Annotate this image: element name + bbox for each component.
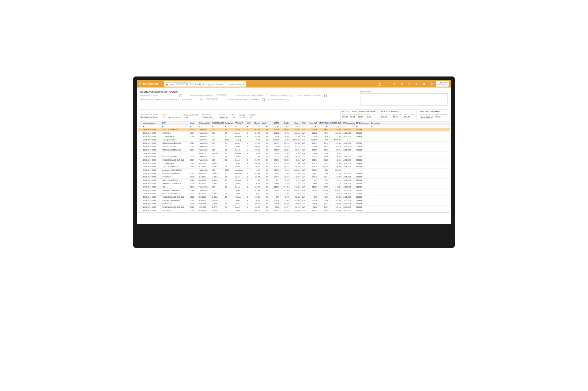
- filter-icon[interactable]: ▾: [343, 125, 344, 127]
- date-to-input[interactable]: 31.07.2020: [189, 83, 201, 86]
- sel-fahrzeug[interactable]: Tablet DS1: [202, 116, 215, 118]
- export-icon[interactable]: ⇪: [407, 82, 411, 86]
- col-header[interactable]: MwSt %: [261, 121, 270, 125]
- col-header[interactable]: NETTO: [270, 121, 281, 125]
- col-header[interactable]: ER Belegdatum: [342, 121, 355, 125]
- col-header[interactable]: BRUTTO EUR: [330, 121, 342, 125]
- table-row[interactable]: ▸23.08.2019 00:00LEZO – GUIPUZCOA0094Tab…: [138, 128, 450, 132]
- arrow-right-icon[interactable]: ➤: [373, 114, 375, 118]
- chk-kostenaufteilung[interactable]: [179, 95, 182, 97]
- table-row[interactable]: 20.08.2019 00:00STRASBOURG HOERDT0096FA-…: [138, 172, 450, 175]
- table-row[interactable]: 16.08.2019 00:00WEINSBERG0098CB-4008Z-07…: [138, 202, 450, 206]
- filter-icon[interactable]: ▾: [199, 125, 200, 127]
- grid-filter-row[interactable]: ⤢▾ =▾ =▾ =▾ =▾ =▾ =▾ =▾ =▾ =▾ =▾ =▾ =▾ =…: [138, 125, 450, 128]
- filter-icon[interactable]: ▾: [190, 125, 191, 127]
- filter-icon[interactable]: ▾: [371, 125, 372, 127]
- filter-icon[interactable]: ▾: [258, 125, 258, 127]
- filter-icon[interactable]: ▾: [247, 125, 248, 127]
- filter-icon[interactable]: ▾: [315, 125, 316, 127]
- chk-separate[interactable]: [324, 95, 327, 97]
- filter-icon[interactable]: ▾: [162, 125, 163, 127]
- copy-icon[interactable]: ⧉: [414, 82, 419, 86]
- screen: € Ist-Kosten FILTER / ANGEZEIGTE DATEN V…: [137, 80, 451, 224]
- filter-icon[interactable]: ▾: [212, 125, 213, 127]
- col-header[interactable]: LKZ: [246, 121, 251, 125]
- table-row[interactable]: 04.08.2019 00:00Leasingrate 2017-04Table…: [138, 138, 450, 142]
- col-header[interactable]: [138, 121, 142, 125]
- table-row[interactable]: 10.08.2019 00:00OTTMARSHEIM0096FA-6096Z-…: [138, 162, 450, 165]
- arrow-icon[interactable]: ↗: [231, 116, 233, 118]
- col-header[interactable]: WKZ: [301, 121, 307, 125]
- col-header[interactable]: PRODUKT: [234, 121, 246, 125]
- filter-icon[interactable]: ▾: [286, 125, 287, 127]
- sel-produkt[interactable]: Diesel: [219, 116, 228, 118]
- lbl-kostenaufteilung: KOSTENAUFTEILUNG:: [140, 95, 177, 97]
- filter-icon[interactable]: ▾: [277, 125, 278, 127]
- chk-weiterbelastung[interactable]: [262, 99, 265, 101]
- col-header[interactable]: ER Belegnummer: [355, 121, 370, 125]
- remark-textarea[interactable]: [360, 93, 448, 106]
- col-header[interactable]: ORT: [161, 121, 189, 125]
- filter-icon[interactable]: ▾: [326, 125, 327, 127]
- table-row[interactable]: 15.08.2019 00:00LANDAU – OFFENBACH0096FA…: [138, 182, 450, 185]
- filter-icon[interactable]: ▾: [297, 125, 298, 127]
- table-row[interactable]: 12.08.2019 00:00IFFEZHEIM0098CB-4008Z-07…: [138, 209, 450, 212]
- table-row[interactable]: 13.08.2019 00:00AIRE DE WASSERBILIG0094T…: [138, 148, 450, 152]
- col-header[interactable]: Netto EUR: [307, 121, 318, 125]
- table-row[interactable]: 12.08.2019 00:00CARLING ST AVOLD0094Tabl…: [138, 145, 450, 148]
- col-header[interactable]: Bemerkung: [370, 121, 382, 125]
- table-row[interactable]: 23.08.2019 00:00LEZO – GUIPUZCOA0096FA-6…: [138, 179, 450, 182]
- inp-leistungsdatum[interactable]: 23.08.2019: [140, 116, 153, 118]
- table-row[interactable]: 31.08.2019 00:0000-5110Z-014310Ad BlueA0…: [138, 152, 450, 155]
- table-row[interactable]: 19.08.2019 00:00IFFEZHEIM0096FA-6096Z-03…: [138, 175, 450, 179]
- remark-panel: BEMERKUNG:: [358, 89, 450, 108]
- col-header[interactable]: Menge: [251, 121, 261, 125]
- table-row[interactable]: 20.08.2019 00:00STRASBOURG HOERDT0098CB-…: [138, 199, 450, 202]
- col-header[interactable]: Leistungsdatum: [142, 121, 161, 125]
- lock-icon[interactable]: 🔒: [385, 82, 389, 86]
- sel-belegdatum[interactable]: 19.08.2019: [420, 116, 433, 118]
- lbl-separate: ALS SEPARATE GUTSCHRIFT:: [298, 95, 322, 97]
- inp-leistung-von[interactable]: 23.08.2019: [216, 94, 227, 97]
- reload-icon[interactable]: ↻: [400, 82, 404, 86]
- delete-icon[interactable]: 🗑: [422, 82, 426, 86]
- table-row[interactable]: 18.08.2019 00:00MUNCHEN GARCHING SUD0094…: [138, 158, 450, 162]
- radio-vonbis[interactable]: [166, 84, 168, 86]
- radio-filtersuche[interactable]: [208, 84, 210, 86]
- filter-icon[interactable]: ▾: [356, 125, 357, 127]
- col-header[interactable]: MWST EUR: [318, 121, 330, 125]
- date-from-input[interactable]: 01.07.2017: [176, 83, 188, 86]
- filter-icon[interactable]: ▾: [235, 125, 236, 127]
- col-header[interactable]: Karte: [189, 121, 198, 125]
- table-row[interactable]: 04.08.2019 00:00Versicherung KFZ 2017-04…: [138, 169, 450, 172]
- filter-icon[interactable]: ▾: [225, 125, 226, 127]
- table-row[interactable]: 24.08.2019 00:00IRUN 10094Tablet DS11000…: [138, 185, 450, 189]
- table-row[interactable]: 20.08.2019 00:00STRASBOURG HOERDT0094Tab…: [138, 155, 450, 158]
- inp-leistung-bis[interactable]: 23.08.2019: [206, 98, 217, 101]
- flag-icon[interactable]: ⚑: [392, 82, 397, 86]
- filter-icon[interactable]: ▾: [266, 125, 267, 127]
- grid-header[interactable]: LeistungsdatumORTKarteFahrzeug-Kz.FAHRZE…: [138, 121, 450, 125]
- favorite-button[interactable]: ★Aktiv: [378, 82, 382, 86]
- table-row[interactable]: 16.08.2019 00:00IFFEZHEIM0094Tablet DS11…: [138, 132, 450, 135]
- table-row[interactable]: 18.08.2019 00:00MUNCHEN GARCHING SUD0096…: [138, 195, 450, 199]
- table-row[interactable]: 18.08.2019 00:00MUNCHEN GARCHING SUD0098…: [138, 206, 450, 209]
- refresh-icon[interactable]: ↻: [203, 84, 205, 86]
- col-header[interactable]: FAHRZEUGNR: [211, 121, 224, 125]
- chk-verguetung[interactable]: [266, 95, 268, 97]
- info-icon[interactable]: ⓘ: [429, 82, 433, 86]
- col-header[interactable]: Produktnfr: [224, 121, 234, 125]
- expand-icon[interactable]: ⤢: [140, 125, 141, 127]
- table-row[interactable]: 24.08.2019 00:00LEZO – GUIPUZCOA0096FA-6…: [138, 165, 450, 169]
- toolbar: ★Aktiv 🔒 ⚑ ↻ ⇪ ⧉ 🗑 ⓘ: [378, 82, 433, 86]
- filter-icon[interactable]: ▾: [302, 125, 303, 127]
- col-header[interactable]: Fahrzeug-Kz.: [198, 121, 211, 125]
- table-row[interactable]: 16.08.2019 00:00AIRE DE WASSERBILIG0094T…: [138, 142, 450, 145]
- col-header[interactable]: Brutto: [290, 121, 301, 125]
- table-row[interactable]: 15.08.2019 00:00LANDAU – OFFENBACH0094Ta…: [138, 189, 450, 192]
- filter-icon[interactable]: ▾: [143, 125, 144, 127]
- filter-icon[interactable]: ▾: [338, 125, 339, 127]
- table-row[interactable]: 20.08.2019 00:00STRASBOURG HOERDT0096FA-…: [138, 192, 450, 195]
- table-row[interactable]: 10.08.2019 00:00OTTMARSHEIM0094Tablet DS…: [138, 135, 450, 138]
- col-header[interactable]: MwSt: [281, 121, 290, 125]
